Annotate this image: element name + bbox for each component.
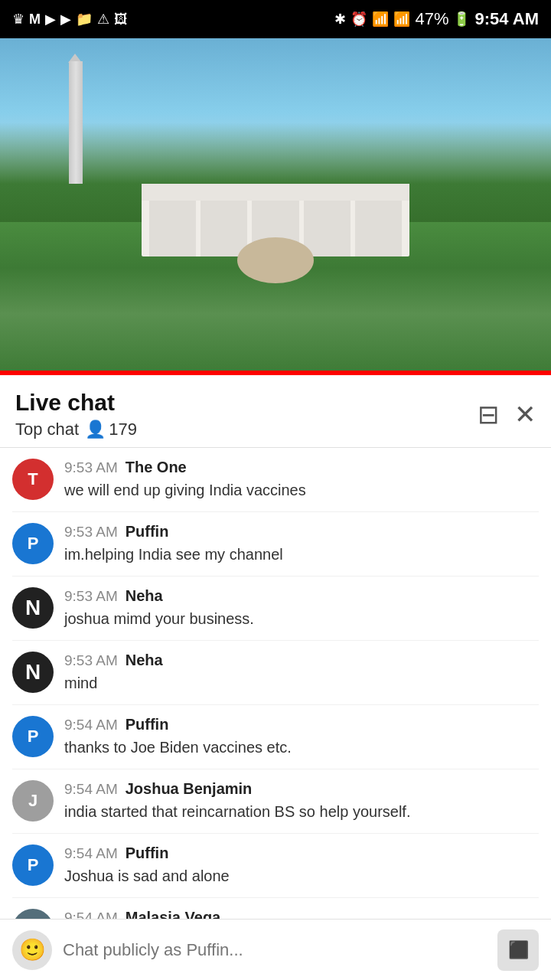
alert-icon: ⚠	[97, 11, 109, 28]
status-left-icons: ♛ M ▶ ▶ 📁 ⚠ 🖼	[12, 11, 128, 28]
play-icon: ▶	[60, 11, 71, 28]
message-meta: 9:53 AM The One	[64, 459, 539, 476]
chat-panel: Live chat Top chat 👤 179 ⊟ ✕ T 9:53 AM T…	[0, 375, 551, 980]
battery-percent: 47%	[415, 9, 448, 29]
message-meta: 9:54 AM Puffin	[64, 844, 539, 862]
viewer-count: 👤 179	[85, 420, 137, 439]
chat-message: J 9:54 AM Joshua Benjamin india started …	[12, 769, 539, 834]
avatar: N	[12, 652, 54, 693]
wh-col	[304, 201, 350, 256]
message-text: thanks to Joe Biden vaccines etc.	[64, 737, 539, 758]
washington-monument	[69, 61, 83, 184]
bluetooth-icon: ✱	[334, 11, 346, 28]
message-time: 9:54 AM	[64, 781, 118, 798]
message-author: Puffin	[126, 844, 169, 862]
send-button[interactable]: ⬛	[497, 929, 539, 971]
image-icon: 🖼	[114, 11, 128, 28]
message-text: Joshua is sad and alone	[64, 865, 539, 887]
message-time: 9:54 AM	[64, 845, 118, 862]
message-content: 9:53 AM Neha joshua mimd your business.	[64, 587, 539, 629]
top-chat-label[interactable]: Top chat	[15, 420, 79, 439]
chat-input[interactable]	[63, 930, 487, 970]
chat-input-area: 🙂 ⬛	[0, 919, 551, 980]
chat-message: N 9:53 AM Neha mind	[12, 641, 539, 705]
wh-col	[149, 201, 196, 256]
m-icon: M	[29, 11, 41, 28]
message-content: 9:53 AM Puffin im.helping India see my c…	[64, 523, 539, 565]
message-time: 9:54 AM	[64, 717, 118, 733]
chat-header-left: Live chat Top chat 👤 179	[15, 389, 137, 439]
message-content: 9:54 AM Puffin thanks to Joe Biden vacci…	[64, 716, 539, 758]
message-text: we will end up giving India vaccines	[64, 479, 539, 501]
alarm-icon: ⏰	[350, 11, 367, 28]
viewer-count-number: 179	[109, 420, 137, 439]
message-author: Joshua Benjamin	[126, 780, 253, 798]
message-meta: 9:53 AM Neha	[64, 652, 539, 669]
avatar: N	[12, 587, 54, 629]
status-bar: ♛ M ▶ ▶ 📁 ⚠ 🖼 ✱ ⏰ 📶 📶 47% 🔋 9:54 AM	[0, 0, 551, 38]
avatar: J	[12, 780, 54, 822]
wh-col	[355, 201, 402, 256]
chat-message: P 9:54 AM Puffin Joshua is sad and alone	[12, 834, 539, 898]
chat-message: P 9:54 AM Puffin thanks to Joe Biden vac…	[12, 705, 539, 769]
top-chat-row: Top chat 👤 179	[15, 420, 137, 439]
message-meta: 9:54 AM Joshua Benjamin	[64, 780, 539, 798]
message-meta: 9:53 AM Neha	[64, 587, 539, 605]
message-text: mind	[64, 672, 539, 694]
chat-header: Live chat Top chat 👤 179 ⊟ ✕	[0, 375, 551, 448]
fountain-area	[237, 237, 314, 283]
chat-header-right: ⊟ ✕	[478, 399, 536, 430]
chat-message: N 9:53 AM Neha joshua mimd your business…	[12, 577, 539, 641]
battery-icon: 🔋	[453, 11, 470, 28]
message-meta: 9:53 AM Puffin	[64, 523, 539, 541]
avatar: P	[12, 716, 54, 757]
message-time: 9:53 AM	[64, 459, 118, 476]
video-player[interactable]	[0, 38, 551, 375]
message-content: 9:53 AM The One we will end up giving In…	[64, 459, 539, 501]
chat-message: P 9:53 AM Puffin im.helping India see my…	[12, 512, 539, 577]
youtube-icon: ▶	[45, 11, 56, 28]
avatar: T	[12, 459, 54, 500]
chat-message: T 9:53 AM The One we will end up giving …	[12, 448, 539, 512]
message-author: Puffin	[126, 523, 169, 541]
message-time: 9:53 AM	[64, 652, 118, 669]
emoji-button[interactable]: 🙂	[12, 930, 52, 970]
message-time: 9:53 AM	[64, 588, 118, 605]
message-author: Neha	[126, 652, 163, 669]
message-author: Neha	[126, 587, 163, 605]
status-time: 9:54 AM	[474, 9, 539, 29]
filter-icon[interactable]: ⊟	[478, 399, 499, 430]
message-time: 9:53 AM	[64, 524, 118, 541]
message-content: 9:53 AM Neha mind	[64, 652, 539, 694]
message-text: joshua mimd your business.	[64, 608, 539, 629]
wh-roof	[142, 184, 409, 201]
message-content: 9:54 AM Joshua Benjamin india started th…	[64, 780, 539, 822]
avatar: P	[12, 523, 54, 564]
message-meta: 9:54 AM Puffin	[64, 716, 539, 733]
live-chat-title: Live chat	[15, 389, 137, 416]
avatar: P	[12, 844, 54, 886]
message-text: india started that reincarnation BS so h…	[64, 801, 539, 822]
close-icon[interactable]: ✕	[514, 399, 536, 430]
send-icon: ⬛	[508, 940, 529, 960]
folder-icon: 📁	[76, 11, 93, 28]
person-icon: 👤	[85, 420, 106, 439]
status-right-icons: ✱ ⏰ 📶 📶 47% 🔋 9:54 AM	[334, 9, 539, 29]
crown-icon: ♛	[12, 11, 24, 28]
message-author: Puffin	[126, 716, 169, 733]
wh-col	[201, 201, 247, 256]
chat-messages-list: T 9:53 AM The One we will end up giving …	[0, 448, 551, 962]
red-progress-bar	[0, 371, 551, 375]
message-text: im.helping India see my channel	[64, 544, 539, 565]
signal-icon: 📶	[393, 11, 410, 28]
wifi-icon: 📶	[372, 11, 389, 28]
message-author: The One	[126, 459, 187, 476]
message-content: 9:54 AM Puffin Joshua is sad and alone	[64, 844, 539, 887]
